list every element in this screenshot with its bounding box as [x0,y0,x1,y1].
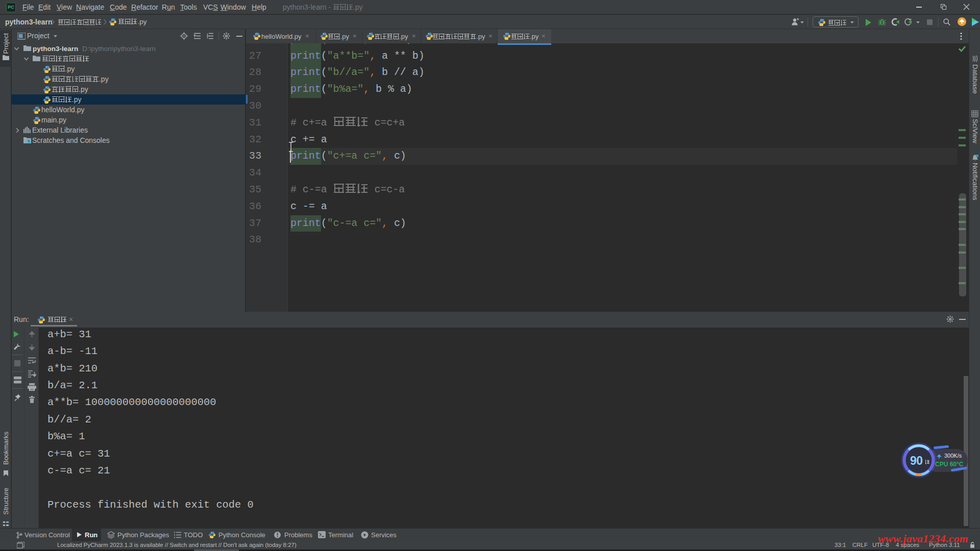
svg-text:90: 90 [910,454,923,467]
